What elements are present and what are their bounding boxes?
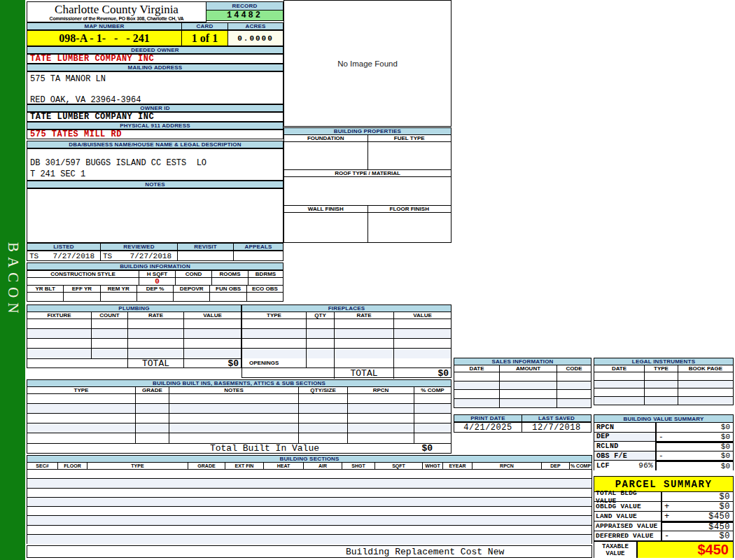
ps-value: $0 — [720, 502, 730, 512]
wall-finish-field[interactable] — [284, 213, 368, 242]
roof-field[interactable] — [284, 177, 451, 205]
bdrms-field[interactable] — [248, 278, 283, 285]
mailing-address-field[interactable]: 575 TA MANOR LN RED OAK, VA 23964-3964 — [27, 71, 284, 104]
col-type: TYPE — [88, 463, 188, 469]
bvs-value: $0 — [721, 451, 730, 460]
dep-pct-field[interactable] — [137, 293, 174, 301]
building-sections-row[interactable] — [27, 526, 592, 535]
foundation-field[interactable] — [284, 142, 368, 169]
physical-address-field[interactable]: 575 TATES MILL RD — [27, 130, 122, 139]
yr-blt-field[interactable] — [27, 293, 64, 301]
col-date: DATE — [454, 365, 500, 372]
fireplaces-row[interactable] — [242, 349, 451, 358]
plumbing-row[interactable] — [27, 349, 241, 358]
sales-row[interactable] — [454, 372, 591, 382]
building-sections-row[interactable] — [27, 516, 592, 525]
col-floor: FLOOR — [58, 463, 88, 469]
plumbing-row[interactable] — [27, 339, 241, 349]
building-sections-row[interactable] — [27, 535, 592, 544]
owner-id-field[interactable]: TATE LUMBER COMPANY INC — [27, 113, 154, 121]
depovr-field[interactable] — [174, 293, 210, 301]
fireplaces-total-value: $0 — [394, 368, 451, 379]
sales-row[interactable] — [454, 382, 591, 391]
col-value: VALUE — [394, 312, 451, 318]
building-sections-row[interactable] — [27, 479, 592, 488]
fireplaces-row[interactable] — [242, 339, 451, 349]
fireplaces-table: FIREPLACES TYPE QTY RATE VALUE OPENINGS … — [241, 304, 451, 378]
plumbing-row[interactable] — [27, 319, 241, 329]
col-rooms: ROOMS — [212, 271, 248, 277]
card-field[interactable]: 1 of 1 — [182, 31, 228, 46]
built-ins-row[interactable] — [27, 433, 451, 443]
built-ins-row[interactable] — [27, 404, 451, 414]
fun-obs-field[interactable] — [210, 293, 246, 301]
col-book-page: BOOK PAGE — [678, 365, 733, 372]
building-sections-row[interactable] — [27, 507, 592, 516]
rem-yr-field[interactable] — [101, 293, 137, 301]
county-subtitle: Commissioner of the Revenue, PO Box 308,… — [27, 16, 206, 21]
col-construction-style: CONSTRUCTION STYLE — [27, 271, 139, 277]
built-ins-row[interactable] — [27, 424, 451, 433]
col-fun-obs: FUN OBS — [210, 286, 246, 292]
building-sections-row[interactable] — [27, 470, 592, 479]
legal-instruments-row[interactable] — [594, 372, 733, 381]
openings-field[interactable] — [307, 358, 335, 368]
construction-style-field[interactable] — [27, 278, 139, 285]
bvs-label: RCLND — [594, 442, 655, 451]
revisit-field[interactable] — [178, 251, 234, 260]
notes-field[interactable] — [27, 188, 284, 243]
col-sec: SEC# — [27, 463, 58, 469]
listed-date: 7/27/2018 — [53, 252, 94, 260]
built-ins-row[interactable] — [27, 394, 451, 404]
building-properties-title: BUILDING PROPERTIES — [284, 128, 451, 135]
building-sections-row[interactable] — [27, 489, 592, 498]
col-rpcn: RPCN — [348, 387, 414, 393]
reviewed-field[interactable]: TS 7/27/2018 — [101, 251, 178, 260]
sales-row[interactable] — [454, 399, 591, 408]
fireplaces-row[interactable] — [242, 329, 451, 339]
listed-label: LISTED — [27, 243, 101, 251]
col-air: AIR — [304, 463, 342, 469]
last-saved-label: LAST SAVED — [522, 414, 592, 422]
legal-description-field[interactable]: DB 301/597 BUGGS ISLAND CC ESTS LO T 241… — [27, 148, 284, 181]
plumbing-total-value: $0 — [184, 359, 241, 368]
bvs-row-rpcn: RPCN $0 — [594, 423, 733, 433]
fireplaces-row[interactable] — [242, 319, 451, 329]
side-color-bar: BACON — [0, 0, 25, 560]
ps-op: + — [664, 512, 670, 522]
col-ext-fin: EXT FIN — [225, 463, 264, 469]
deeded-owner-field[interactable]: TATE LUMBER COMPANY INC — [27, 55, 154, 63]
legal-instruments-row[interactable] — [594, 381, 733, 389]
ps-value: $0 — [720, 531, 730, 541]
building-sections-row[interactable] — [27, 498, 592, 507]
cond-field[interactable] — [176, 278, 212, 285]
eff-yr-field[interactable] — [64, 293, 100, 301]
legal-instruments-row[interactable] — [594, 388, 733, 397]
fuel-type-field[interactable] — [368, 142, 451, 169]
replacement-cost-label: Building Replacement Cost New — [27, 547, 504, 557]
appeals-field[interactable] — [234, 251, 283, 260]
bvs-value: $0 — [721, 442, 730, 451]
built-ins-row[interactable] — [27, 414, 451, 424]
built-ins-total-value: $0 — [417, 444, 451, 453]
eco-obs-field[interactable] — [247, 293, 283, 301]
listed-field[interactable]: TS 7/27/2018 — [27, 251, 101, 260]
ps-label: TOTAL BLDG VALUE — [594, 492, 661, 501]
legal-instruments-row[interactable] — [594, 397, 733, 405]
acres-field[interactable]: 0.0000 — [228, 31, 283, 46]
bvs-row-dep: DEP -$0 — [594, 433, 733, 442]
col-heat: HEAT — [264, 463, 304, 469]
plumbing-total-label: TOTAL — [128, 359, 184, 368]
h-sqft-field[interactable]: 0 — [139, 278, 176, 285]
mailing-address-line1: 575 TA MANOR LN — [27, 74, 283, 84]
map-number-field[interactable]: 098-A - 1- - - 241 — [27, 31, 182, 46]
built-ins-table: BUILDING BUILT INS, BASEMENTS, ATTICS & … — [27, 379, 451, 454]
openings-label: OPENINGS — [242, 358, 307, 368]
ps-label: DEFERRED VALUE — [594, 531, 661, 540]
sales-row[interactable] — [454, 390, 591, 399]
plumbing-row[interactable] — [27, 329, 241, 339]
floor-finish-field[interactable] — [368, 213, 451, 242]
fuel-type-label: FUEL TYPE — [368, 135, 451, 141]
rooms-field[interactable] — [212, 278, 248, 285]
reviewed-label: REVIEWED — [101, 243, 178, 251]
